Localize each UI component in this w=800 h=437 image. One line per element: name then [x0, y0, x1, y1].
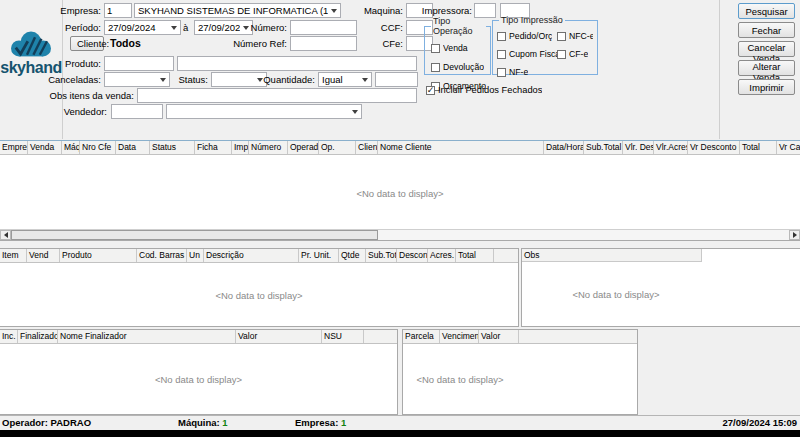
column-header[interactable]: Vlr.Acres. — [654, 141, 688, 154]
vendedor-code-input[interactable] — [111, 104, 163, 119]
quantidade-amount-input[interactable] — [375, 72, 418, 87]
filter-panel: skyhand Empresa: SKYHAND SISTEMAS DE INF… — [0, 0, 800, 139]
quantidade-select[interactable]: Igual — [318, 72, 372, 87]
column-header[interactable]: Nro Cfe — [80, 141, 116, 154]
column-header[interactable]: Máq. — [62, 141, 80, 154]
column-header[interactable]: Vend — [27, 249, 60, 262]
column-header[interactable]: Valor — [236, 330, 322, 343]
chevron-down-icon — [160, 78, 166, 82]
column-header[interactable]: Pr. Unit. — [299, 249, 339, 262]
column-header[interactable]: Acres. — [428, 249, 456, 262]
column-header[interactable]: Empresa — [0, 141, 28, 154]
vendedor-select[interactable] — [166, 104, 362, 119]
action-button-label: Fechar — [752, 25, 782, 36]
scroll-right-button[interactable] — [789, 230, 800, 240]
column-header[interactable]: Inc. — [0, 330, 18, 343]
column-header[interactable]: Valor — [479, 330, 519, 343]
parcelas-grid: ParcelaVencimentoValor <No data to displ… — [402, 329, 638, 415]
column-header[interactable]: Data/Hora — [544, 141, 584, 154]
status-select[interactable] — [211, 72, 267, 87]
column-label: Pr. Unit. — [301, 250, 331, 260]
obs-itens-input[interactable] — [137, 88, 417, 103]
column-label: Acres. — [430, 250, 454, 260]
column-header[interactable]: Cliente — [356, 141, 378, 154]
action-button[interactable]: Alterar Venda — [738, 60, 795, 76]
checkbox-option[interactable]: NFC-e — [557, 31, 593, 41]
scroll-left-button[interactable] — [0, 230, 11, 240]
checkbox-option[interactable]: Cupom Fiscal — [497, 49, 557, 59]
empresa-select[interactable]: SKYHAND SISTEMAS DE INFORMATICA (1) — [134, 3, 341, 18]
empresa-code-input[interactable] — [104, 3, 132, 18]
column-header[interactable]: NSU — [322, 330, 364, 343]
maquina-label: Máquina: — [178, 417, 220, 428]
parcelas-grid-header: ParcelaVencimentoValor — [403, 330, 637, 344]
column-header[interactable]: Operador — [288, 141, 319, 154]
produto-name-input[interactable] — [177, 56, 417, 71]
column-label: Vr Cas — [779, 142, 800, 152]
checkbox-option[interactable]: Venda — [431, 43, 486, 53]
sales-grid: EmpresaVendaMáq.Nro CfeDataStatusFichaIm… — [0, 140, 800, 241]
column-label: Produto — [62, 250, 92, 260]
checkbox-icon — [431, 63, 440, 72]
scrollbar-track[interactable] — [11, 230, 789, 240]
checkbox-option[interactable]: NF-e — [497, 67, 557, 77]
column-header[interactable]: Data — [116, 141, 150, 154]
column-header[interactable]: Un — [187, 249, 204, 262]
column-header[interactable]: Qtde — [339, 249, 366, 262]
checkbox-icon — [497, 68, 506, 77]
column-header[interactable]: Finalizador — [18, 330, 58, 343]
column-header[interactable]: Vr Desconto Loja — [688, 141, 740, 154]
column-label: Finalizador — [20, 331, 58, 341]
canceladas-select[interactable] — [104, 72, 170, 87]
checkbox-label: CF-e — [569, 49, 588, 59]
cliente-button[interactable]: Cliente: — [70, 36, 104, 51]
checkbox-option[interactable]: Pedido/Orç — [497, 31, 557, 41]
column-header[interactable]: Vencimento — [440, 330, 479, 343]
column-header[interactable]: Imp. — [232, 141, 249, 154]
maquina-label: Maquina: — [352, 3, 403, 18]
column-header[interactable]: Vr Cas — [777, 141, 800, 154]
column-header[interactable]: Op. — [319, 141, 356, 154]
numero-input[interactable] — [290, 20, 357, 35]
incluir-pedidos-checkbox[interactable]: Incluir Pedidos Fechados — [426, 85, 542, 95]
action-button[interactable]: Cancelar Venda — [738, 41, 795, 57]
column-header[interactable]: Número — [249, 141, 288, 154]
column-header[interactable]: Cod. Barras — [137, 249, 187, 262]
checkbox-icon — [497, 32, 506, 41]
action-button[interactable]: Fechar — [738, 22, 795, 38]
horizontal-scrollbar[interactable] — [0, 229, 800, 240]
action-button[interactable]: Pesquisar — [738, 3, 795, 19]
column-header[interactable]: Produto — [60, 249, 137, 262]
column-label: Imp. — [234, 142, 249, 152]
numero-ref-input[interactable] — [290, 36, 357, 51]
column-label: Vr Desconto Loja — [690, 142, 740, 152]
column-header[interactable]: Ficha — [195, 141, 232, 154]
column-header[interactable]: Descrição — [204, 249, 299, 262]
action-button[interactable]: Imprimir — [738, 79, 795, 95]
column-header[interactable]: Item — [0, 249, 27, 262]
status-bar: Operador: PADRAO Máquina: 1 Empresa: 1 2… — [0, 415, 800, 430]
column-header[interactable]: Vlr. Descto — [623, 141, 654, 154]
sales-grid-header: EmpresaVendaMáq.Nro CfeDataStatusFichaIm… — [0, 141, 800, 155]
column-header[interactable]: Nome Cliente — [378, 141, 544, 154]
column-header[interactable]: Sub.Total — [584, 141, 623, 154]
column-header[interactable]: Descont — [397, 249, 428, 262]
periodo-from-select[interactable]: 27/09/2024 — [104, 20, 181, 35]
column-header[interactable]: Venda — [28, 141, 62, 154]
column-header[interactable]: Obs — [522, 249, 702, 262]
checkbox-label: Pedido/Orç — [509, 31, 552, 41]
column-header[interactable]: Total — [456, 249, 494, 262]
checkbox-option[interactable]: Devolução — [431, 62, 486, 72]
column-header[interactable]: Sub.Total — [366, 249, 397, 262]
produto-code-input[interactable] — [104, 56, 174, 71]
produto-label: Produto: — [60, 56, 101, 71]
column-label: Nro Cfe — [82, 142, 111, 152]
column-header[interactable]: Status — [150, 141, 195, 154]
column-label: Vlr.Acres. — [656, 142, 688, 152]
scrollbar-thumb[interactable] — [11, 230, 378, 240]
column-header[interactable]: Parcela — [403, 330, 440, 343]
checkbox-option[interactable]: CF-e — [557, 49, 593, 59]
column-header[interactable]: Total — [740, 141, 777, 154]
checkbox-label: NF-e — [509, 67, 528, 77]
column-header[interactable]: Nome Finalizador — [58, 330, 236, 343]
